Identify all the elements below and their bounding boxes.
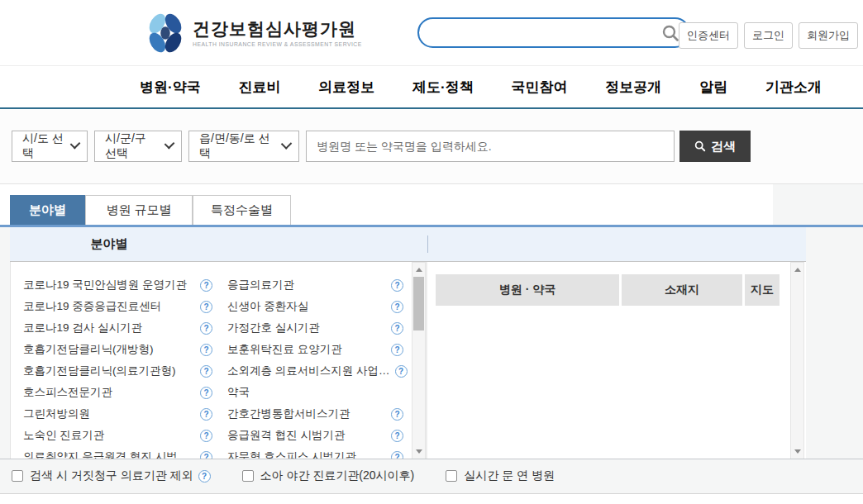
- list-item[interactable]: 응급원격 협진 시범기관 ?: [227, 425, 403, 446]
- footer-filter-strip: 검색 시 거짓청구 의료기관 제외 ? 소아 야간 진료기관(20시이후) 실시…: [0, 459, 863, 492]
- scroll-down-icon[interactable]: [416, 449, 422, 454]
- content-area: 분야별 병원 규모별 특정수술별 분야별 코로나19 국민안심병원 운영기관 ?…: [0, 184, 863, 493]
- chevron-down-icon: [164, 139, 174, 150]
- nav-item-medical-info[interactable]: 의료정보: [318, 78, 374, 97]
- checkbox-pediatric-night-care[interactable]: 소아 야간 진료기관(20시이후): [242, 468, 415, 483]
- auth-center-button[interactable]: 인증센터: [679, 22, 738, 49]
- nav-item-disclosure[interactable]: 정보공개: [605, 78, 661, 97]
- column-header-map: 지도: [745, 274, 780, 306]
- list-item[interactable]: 코로나19 중증응급진료센터 ?: [23, 296, 212, 317]
- list-item[interactable]: 응급의료기관 ?: [227, 274, 403, 296]
- list-item[interactable]: 자문형 호스피스 시범기관 ?: [227, 446, 403, 459]
- header-search: [417, 17, 690, 48]
- chevron-down-icon: [69, 139, 80, 150]
- results-scrollbar[interactable]: [790, 262, 804, 459]
- tab-by-surgery[interactable]: 특정수술별: [193, 195, 291, 225]
- list-item[interactable]: 그린처방의원 ?: [23, 403, 212, 425]
- header-search-input[interactable]: [419, 26, 661, 40]
- list-item[interactable]: 노숙인 진료기관 ?: [23, 425, 212, 446]
- sido-select-label: 시/도 선택: [22, 131, 64, 161]
- checkbox-open-now[interactable]: 실시간 문 연 병원: [446, 468, 555, 483]
- help-icon[interactable]: ?: [391, 279, 403, 292]
- list-item-label: 호스피스전문기관: [23, 385, 112, 400]
- column-header-location: 소재지: [622, 274, 742, 306]
- search-button[interactable]: 검색: [679, 131, 751, 162]
- list-item[interactable]: 보훈위탁진료 요양기관 ?: [227, 339, 403, 360]
- chevron-down-icon: [281, 138, 293, 150]
- list-item-label: 가정간호 실시기관: [227, 321, 320, 335]
- results-pane: 병원 · 약국 소재지 지도: [427, 262, 790, 459]
- help-icon[interactable]: ?: [391, 301, 403, 313]
- help-icon[interactable]: ?: [395, 365, 408, 378]
- help-icon[interactable]: ?: [198, 470, 211, 483]
- dong-select[interactable]: 읍/면/동/로 선택: [188, 131, 299, 162]
- list-item-label: 응급원격 협진 시범기관: [227, 428, 346, 443]
- scroll-up-icon[interactable]: [416, 268, 422, 272]
- help-icon[interactable]: ?: [200, 322, 212, 335]
- logo[interactable]: 건강보험심사평가원 HEALTH INSURANCE REVIEW & ASSE…: [146, 12, 362, 54]
- list-item[interactable]: 간호간병통합서비스기관 ?: [227, 403, 403, 425]
- search-button-label: 검색: [711, 139, 736, 155]
- help-icon[interactable]: ?: [200, 344, 212, 356]
- scroll-down-icon[interactable]: [794, 449, 801, 454]
- sigungu-select-label: 시/군/구 선택: [105, 131, 158, 161]
- help-icon[interactable]: ?: [200, 387, 212, 399]
- list-item[interactable]: 신생아 중환자실 ?: [227, 296, 403, 317]
- signup-button[interactable]: 회원가입: [799, 22, 858, 49]
- list-item-label: 간호간병통합서비스기관: [227, 407, 350, 421]
- list-item-label: 소외계층 의료서비스지원 사업…: [227, 364, 390, 378]
- list-item-label: 신생아 중환자실: [227, 299, 308, 314]
- nav-item-notice[interactable]: 알림: [699, 78, 727, 97]
- column-header-hospital: 병원 · 약국: [436, 274, 619, 306]
- list-item[interactable]: 소외계층 의료서비스지원 사업… ?: [227, 360, 403, 382]
- keyword-input[interactable]: [306, 131, 675, 162]
- checkbox[interactable]: [12, 470, 23, 482]
- tab-by-field[interactable]: 분야별: [10, 195, 85, 225]
- checkbox-label: 실시간 문 연 병원: [464, 468, 555, 483]
- help-icon[interactable]: ?: [391, 408, 403, 421]
- login-button[interactable]: 로그인: [744, 22, 793, 49]
- help-icon[interactable]: ?: [391, 322, 403, 335]
- checkbox-label: 소아 야간 진료기관(20시이후): [260, 468, 415, 483]
- help-icon[interactable]: ?: [200, 301, 212, 313]
- sigungu-select[interactable]: 시/군/구 선택: [94, 131, 182, 162]
- scroll-up-icon[interactable]: [794, 268, 801, 272]
- panel-body: 코로나19 국민안심병원 운영기관 ? 코로나19 중증응급진료센터 ? 코로나…: [10, 262, 806, 459]
- scrollbar-thumb[interactable]: [413, 277, 424, 330]
- list-item-label: 응급의료기관: [227, 278, 294, 292]
- help-icon[interactable]: ?: [200, 430, 212, 442]
- list-item[interactable]: 약국: [227, 382, 403, 403]
- list-item-label: 호흡기전담클리닉(개방형): [23, 342, 154, 357]
- help-icon[interactable]: ?: [391, 344, 403, 356]
- list-scrollbar[interactable]: [412, 262, 426, 459]
- sido-select[interactable]: 시/도 선택: [12, 131, 88, 162]
- list-item[interactable]: 가정간호 실시기관 ?: [227, 317, 403, 339]
- help-icon[interactable]: ?: [200, 365, 212, 378]
- nav-item-medical-fee[interactable]: 진료비: [238, 78, 280, 97]
- list-item-label: 노숙인 진료기관: [23, 428, 104, 443]
- tab-by-hospital-size[interactable]: 병원 규모별: [85, 195, 193, 225]
- search-icon[interactable]: [661, 24, 679, 42]
- checkbox[interactable]: [242, 470, 254, 482]
- checkbox-exclude-false-claims[interactable]: 검색 시 거짓청구 의료기관 제외 ?: [12, 468, 211, 483]
- list-item[interactable]: 호스피스전문기관 ?: [23, 382, 212, 403]
- list-item[interactable]: 의료취약지 응급원격 협진 시범 ?: [23, 446, 212, 459]
- list-item-label: 호흡기전담클리닉(의료기관형): [23, 364, 176, 378]
- results-table-header: 병원 · 약국 소재지 지도: [436, 274, 790, 306]
- checkbox[interactable]: [446, 470, 457, 482]
- help-icon[interactable]: ?: [391, 430, 403, 442]
- list-item[interactable]: 코로나19 검사 실시기관 ?: [23, 317, 212, 339]
- list-item[interactable]: 호흡기전담클리닉(의료기관형) ?: [23, 360, 212, 382]
- nav-item-about[interactable]: 기관소개: [765, 78, 822, 97]
- list-item-label: 약국: [227, 385, 250, 400]
- list-item[interactable]: 코로나19 국민안심병원 운영기관 ?: [23, 274, 212, 296]
- nav-item-policy[interactable]: 제도·정책: [412, 78, 474, 97]
- help-icon[interactable]: ?: [200, 279, 212, 292]
- category-column-1: 코로나19 국민안심병원 운영기관 ? 코로나19 중증응급진료센터 ? 코로나…: [11, 274, 217, 459]
- list-item[interactable]: 호흡기전담클리닉(개방형) ?: [23, 339, 212, 360]
- nav-item-hospital-pharmacy[interactable]: 병원·약국: [140, 78, 201, 97]
- help-icon[interactable]: ?: [200, 408, 212, 421]
- nav-item-participation[interactable]: 국민참여: [512, 78, 568, 97]
- logo-subtitle: HEALTH INSURANCE REVIEW & ASSESSMENT SER…: [193, 41, 362, 47]
- main-nav: 병원·약국 진료비 의료정보 제도·정책 국민참여 정보공개 알림 기관소개: [0, 66, 863, 109]
